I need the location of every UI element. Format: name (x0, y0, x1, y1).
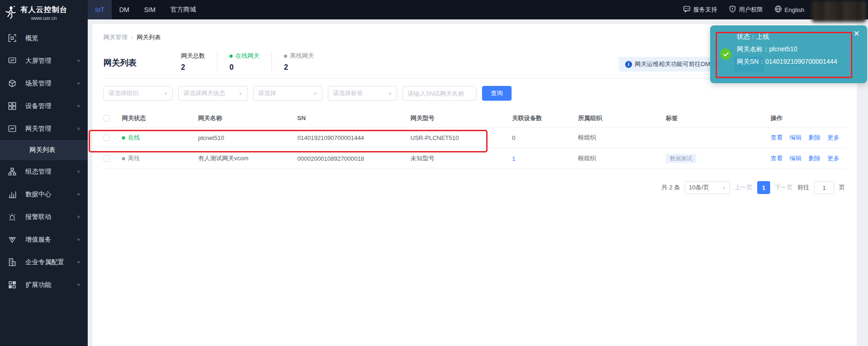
org-select[interactable]: 请选择组织∨ (103, 86, 173, 101)
delete-link[interactable]: 删除 (808, 154, 820, 163)
tag-select[interactable]: 请选择标签∨ (328, 86, 397, 101)
scene-icon (8, 79, 16, 87)
goto-label: 前往 (797, 183, 809, 192)
model-select[interactable]: 请选择∨ (253, 86, 322, 101)
page-title: 网关列表 (103, 52, 137, 72)
online-dot-icon (229, 55, 233, 58)
total-count: 共 2 条 (662, 183, 680, 192)
more-link[interactable]: 更多 (827, 154, 839, 163)
online-dot-icon (122, 136, 125, 140)
brand-url: www.usr.cn (31, 15, 57, 21)
breadcrumb-parent[interactable]: 网关管理 (103, 33, 127, 42)
success-check-icon (720, 49, 731, 60)
gateway-stats: 网关总数 2 在线网关 0 离线网关 2 (181, 52, 326, 72)
alarm-icon (8, 213, 16, 221)
sidebar-subitem-gateway-list[interactable]: 网关列表 (0, 140, 88, 160)
more-link[interactable]: 更多 (827, 134, 839, 142)
chevron-up-icon: ∧ (77, 126, 80, 131)
sidebar-item-data-center[interactable]: 数据中心 ∨ (0, 183, 88, 206)
overview-icon (8, 34, 16, 42)
gateway-sn: 01401921090700001444 (297, 134, 410, 141)
brand-title: 有人云控制台 (20, 5, 67, 15)
chevron-down-icon: ∨ (164, 91, 168, 96)
tab-dm[interactable]: DM (112, 0, 137, 19)
device-icon (8, 102, 16, 110)
goto-page-input[interactable] (814, 181, 834, 194)
sidebar-item-alarm-linkage[interactable]: 报警联动 ∨ (0, 206, 88, 228)
tab-sim[interactable]: SIM (137, 0, 163, 19)
sidebar-item-screen-mgmt[interactable]: 大屏管理 ∨ (0, 49, 88, 72)
globe-icon (775, 6, 782, 14)
chevron-down-icon: ∨ (239, 91, 242, 96)
toast-name-line: 网关名称：plcnet510 (737, 45, 837, 54)
chevron-down-icon: ∨ (77, 81, 80, 85)
gateway-table: 网关状态 网关名称 SN 网关型号 关联设备数 所属组织 标签 操作 在线 pl… (103, 109, 846, 169)
edit-link[interactable]: 编辑 (790, 134, 802, 142)
gateway-model: 未知型号 (410, 154, 512, 163)
screen-icon (8, 57, 16, 65)
chevron-down-icon: ∨ (77, 103, 80, 108)
close-icon[interactable]: ✕ (854, 30, 860, 37)
sidebar-item-overview[interactable]: 概览 (0, 27, 88, 49)
gateway-sn: 00002000108927000018 (297, 155, 410, 162)
chevron-down-icon: ∨ (77, 282, 80, 287)
gateway-name: 有人测试网关vcom (198, 154, 297, 163)
sidebar-item-scene-mgmt[interactable]: 场景管理 ∨ (0, 72, 88, 95)
tab-official-store[interactable]: 官方商城 (163, 0, 204, 19)
enterprise-icon (8, 258, 16, 266)
chevron-down-icon: ∨ (77, 237, 80, 242)
chevron-down-icon: ∨ (77, 214, 80, 219)
sidebar-item-device-mgmt[interactable]: 设备管理 ∨ (0, 95, 88, 117)
next-page-button[interactable]: 下一页 (775, 183, 793, 192)
view-link[interactable]: 查看 (771, 154, 783, 163)
edit-link[interactable]: 编辑 (790, 154, 802, 163)
chevron-down-icon: ∨ (723, 185, 726, 190)
page-size-select[interactable]: 10条/页∨ (685, 181, 730, 194)
sidebar-item-value-services[interactable]: 增值服务 ∨ (0, 228, 88, 251)
prev-page-button[interactable]: 上一页 (735, 183, 753, 192)
toast-sn-line: 网关SN：01401921090700001444 (737, 58, 837, 66)
device-count-link[interactable]: 1 (512, 155, 515, 162)
tag-chip: 数据测试 (666, 154, 696, 163)
user-permission-link[interactable]: 用户权限 (729, 6, 763, 14)
table-row-vcom: 离线 有人测试网关vcom 00002000108927000018 未知型号 … (103, 148, 846, 169)
support-link[interactable]: 服务支持 (683, 6, 717, 14)
gateway-status-select[interactable]: 请选择网关状态∨ (178, 86, 247, 101)
language-switch[interactable]: English (775, 6, 804, 14)
sidebar-item-config-mgmt[interactable]: 组态管理 ∨ (0, 160, 88, 183)
shield-icon (729, 6, 736, 14)
toast-status-line: 状态：上线 (737, 33, 837, 41)
info-icon: i (625, 61, 632, 68)
gateway-online-toast: ✕ 状态：上线 网关名称：plcnet510 网关SN：014019210907… (710, 25, 867, 83)
tab-iot[interactable]: IoT (88, 0, 112, 19)
sidebar-item-enterprise-config[interactable]: 企业专属配置 ∨ (0, 251, 88, 273)
search-button[interactable]: 查询 (482, 86, 512, 101)
sidebar-item-extensions[interactable]: 扩展功能 ∨ (0, 273, 88, 296)
chevron-down-icon: ∨ (388, 91, 392, 96)
sidebar-item-gateway-mgmt[interactable]: 网关管理 ∧ (0, 117, 88, 140)
select-all-checkbox[interactable] (103, 115, 110, 121)
chevron-down-icon: ∨ (77, 58, 80, 63)
topbar: IoT DM SIM 官方商城 服务支持 用户权限 English (88, 0, 868, 19)
row-checkbox[interactable] (103, 134, 110, 141)
org-name: 根组织 (578, 154, 666, 163)
chevron-down-icon: ∨ (77, 169, 80, 174)
gateway-name: plcnet510 (198, 134, 297, 141)
config-icon (8, 168, 16, 176)
stat-online: 在线网关 0 (217, 52, 271, 72)
table-header-row: 网关状态 网关名称 SN 网关型号 关联设备数 所属组织 标签 操作 (103, 109, 846, 127)
brand-logo[interactable]: 有人云控制台 www.usr.cn (0, 0, 88, 24)
sidebar-menu: 概览 大屏管理 ∨ 场景管理 ∨ 设备管理 ∨ 网关管理 ∧ 网关列表 组态管 (0, 27, 88, 296)
chevron-down-icon: ∨ (77, 260, 80, 264)
stat-offline: 离线网关 2 (271, 52, 326, 72)
sn-search-input[interactable] (403, 86, 476, 101)
view-link[interactable]: 查看 (771, 134, 783, 142)
filter-bar: 请选择组织∨ 请选择网关状态∨ 请选择∨ 请选择标签∨ 查询 (103, 86, 846, 101)
row-checkbox[interactable] (103, 155, 110, 162)
table-row-plcnet510: 在线 plcnet510 01401921090700001444 USR-PL… (103, 127, 846, 148)
current-page-button[interactable]: 1 (757, 181, 770, 194)
offline-dot-icon (122, 157, 125, 160)
delete-link[interactable]: 删除 (808, 134, 820, 142)
gateway-model: USR-PLCNET510 (410, 134, 512, 141)
avatar[interactable] (812, 1, 866, 22)
